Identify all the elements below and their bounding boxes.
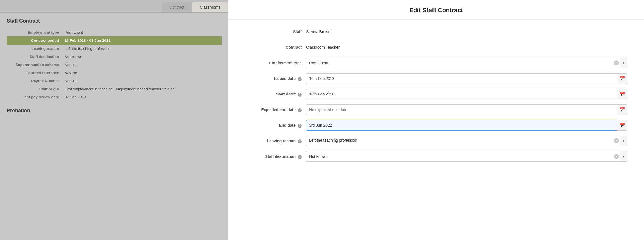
staff-contract-title: Staff Contract <box>7 18 222 24</box>
leaving-reason-label: Leaving reason ? <box>245 136 306 146</box>
start-date-input[interactable] <box>306 89 627 99</box>
end-date-wrapper: 📅 <box>306 120 627 131</box>
expected-end-date-help-icon[interactable]: ? <box>298 108 302 112</box>
leaving-reason-value: Left the teaching profession <box>309 138 357 143</box>
right-panel: Edit Staff Contract Staff Sienna Brown C… <box>228 0 644 240</box>
row-label: Leaving reason <box>7 45 62 53</box>
staff-value: Sienna Brown <box>306 26 627 37</box>
start-date-wrapper: 📅 <box>306 89 627 99</box>
end-date-input[interactable] <box>306 120 627 131</box>
employment-type-select[interactable]: Permanent <box>306 58 627 68</box>
contract-label: Contract <box>245 42 306 53</box>
row-value: Not known <box>62 53 222 61</box>
issued-date-label: Issued date ? <box>245 73 306 84</box>
expected-end-date-label: Expected end date ? <box>245 104 306 115</box>
leaving-reason-wrapper: Left the teaching profession × ▾ <box>306 136 627 146</box>
end-date-label: End date ? <box>245 120 306 131</box>
table-row: Superannuation schemeNot set <box>7 61 222 69</box>
staff-destination-row: Staff destination ? Not known × ▾ <box>245 151 627 162</box>
modal-header: Edit Staff Contract <box>228 0 644 20</box>
row-value: 02 Sep 2019 <box>62 93 222 101</box>
row-label: Staff origin <box>7 85 62 93</box>
issued-date-row: Issued date ? 📅 <box>245 73 627 84</box>
row-label: Employment type <box>7 28 62 36</box>
table-row: Employment typePermanent <box>7 28 222 36</box>
row-label: Payroll Number <box>7 77 62 85</box>
employment-type-row: Employment type Permanent × ▾ <box>245 58 627 69</box>
row-value: Not set <box>62 61 222 69</box>
leaving-reason-field[interactable]: Left the teaching profession <box>306 136 627 146</box>
staff-destination-dropdown-btn[interactable]: ▾ <box>620 151 627 162</box>
staff-row: Staff Sienna Brown <box>245 26 627 38</box>
start-date-help-icon[interactable]: ? <box>298 93 302 97</box>
row-value: 676786 <box>62 69 222 77</box>
expected-end-date-wrapper: 📅 <box>306 104 627 115</box>
contract-row: Contract Classroom Teacher <box>245 42 627 53</box>
table-row: Contract reference676786 <box>7 69 222 77</box>
issued-date-input[interactable] <box>306 73 627 84</box>
table-row: Staff destinationNot known <box>7 53 222 61</box>
issued-date-wrapper: 📅 <box>306 73 627 84</box>
start-date-label: Start date* ? <box>245 89 306 99</box>
employment-type-dropdown-btn[interactable]: ▾ <box>620 58 627 68</box>
row-value: Left the teaching profession <box>62 45 222 53</box>
tab-classrooms[interactable]: Classrooms <box>192 2 228 12</box>
modal-title: Edit Staff Contract <box>239 7 633 14</box>
tab-contract[interactable]: Contract <box>162 2 192 12</box>
staff-destination-label: Staff destination ? <box>245 151 306 162</box>
table-row: Contract period16 Feb 2018 - 03 Jun 2022 <box>7 36 222 45</box>
staff-destination-wrapper: Not known × ▾ <box>306 151 627 162</box>
staff-destination-select[interactable]: Not known <box>306 151 627 162</box>
left-content: Staff Contract Employment typePermanentC… <box>0 13 228 119</box>
leaving-reason-clear-btn[interactable]: × <box>614 138 619 143</box>
end-date-row: End date ? 📅 <box>245 120 627 131</box>
employment-type-wrapper: Permanent × ▾ <box>306 58 627 68</box>
contract-value: Classroom Teacher <box>306 42 627 53</box>
staff-label: Staff <box>245 26 306 37</box>
expected-end-date-input[interactable] <box>306 104 627 115</box>
start-date-row: Start date* ? 📅 <box>245 89 627 100</box>
employment-type-clear-btn[interactable]: × <box>614 60 619 65</box>
left-panel: Contract Classrooms Staff Contract Emplo… <box>0 0 228 240</box>
issued-date-help-icon[interactable]: ? <box>298 77 302 81</box>
row-value: 16 Feb 2018 - 03 Jun 2022 <box>62 36 222 45</box>
staff-contract-table: Employment typePermanentContract period1… <box>7 28 222 101</box>
staff-destination-clear-btn[interactable]: × <box>614 154 619 159</box>
table-row: Last pay review date02 Sep 2019 <box>7 93 222 101</box>
leaving-reason-help-icon[interactable]: ? <box>298 139 302 143</box>
leaving-reason-row: Leaving reason ? Left the teaching profe… <box>245 136 627 147</box>
row-value: Permanent <box>62 28 222 36</box>
employment-type-label: Employment type <box>245 58 306 68</box>
table-row: Payroll NumberNot set <box>7 77 222 85</box>
table-row: Leaving reasonLeft the teaching professi… <box>7 45 222 53</box>
form-container: Staff Sienna Brown Contract Classroom Te… <box>228 20 644 240</box>
staff-destination-help-icon[interactable]: ? <box>298 155 302 159</box>
row-label: Last pay review date <box>7 93 62 101</box>
table-row: Staff originFirst employment in teaching… <box>7 85 222 93</box>
row-label: Contract reference <box>7 69 62 77</box>
probation-title: Probation <box>7 108 222 114</box>
tab-bar: Contract Classrooms <box>0 0 228 13</box>
expected-end-date-row: Expected end date ? 📅 <box>245 104 627 116</box>
end-date-calendar-btn[interactable]: 📅 <box>617 120 627 131</box>
row-label: Staff destination <box>7 53 62 61</box>
row-label: Superannuation scheme <box>7 61 62 69</box>
issued-date-calendar-btn[interactable]: 📅 <box>617 73 627 84</box>
leaving-reason-dropdown-btn[interactable]: ▾ <box>620 136 627 146</box>
end-date-help-icon[interactable]: ? <box>298 124 302 128</box>
row-label: Contract period <box>7 36 62 45</box>
row-value: Not set <box>62 77 222 85</box>
expected-end-date-calendar-btn[interactable]: 📅 <box>617 104 627 115</box>
start-date-calendar-btn[interactable]: 📅 <box>617 89 627 99</box>
row-value: First employment in teaching - employmen… <box>62 85 222 93</box>
